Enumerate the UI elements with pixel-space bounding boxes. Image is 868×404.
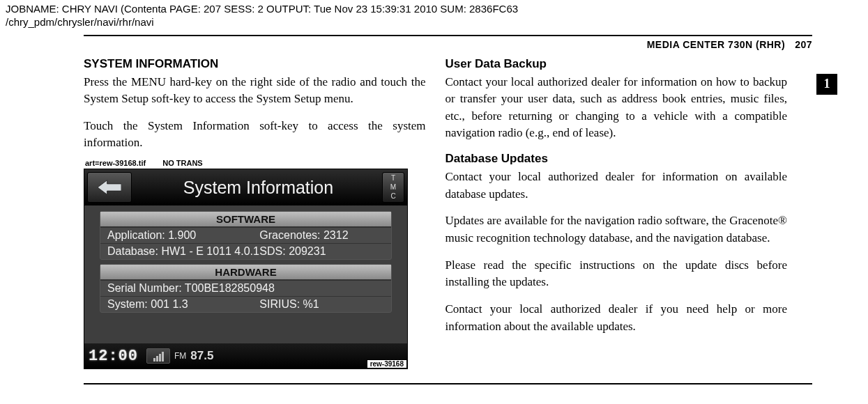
table-row: System: 001 1.3 SIRIUS: %1 — [100, 296, 391, 312]
table-row: Application: 1.900 Gracenotes: 2312 — [100, 227, 391, 243]
paragraph: Contact your local authorized dealer for… — [446, 169, 788, 203]
page-content: MEDIA CENTER 730N (RHR) 207 SYSTEM INFOR… — [84, 35, 812, 385]
clock: 12:00 — [89, 348, 138, 365]
back-arrow-icon — [98, 179, 121, 196]
header-title: MEDIA CENTER 730N (RHR) — [647, 39, 785, 50]
sds-value: 209231 — [289, 245, 326, 257]
svg-marker-0 — [98, 180, 121, 194]
page-number: 207 — [795, 39, 812, 50]
no-trans-label: NO TRANS — [162, 159, 202, 167]
frequency-value: 87.5 — [190, 349, 213, 363]
section-title-system-info: SYSTEM INFORMATION — [84, 57, 426, 71]
system-label: System: — [107, 298, 148, 310]
paragraph: Touch the System Information soft-key to… — [84, 118, 426, 152]
paragraph: Press the MENU hard-key on the right sid… — [84, 74, 426, 108]
system-value: 001 1.3 — [151, 298, 188, 310]
image-tag: rew-39168 — [367, 359, 407, 368]
left-column: SYSTEM INFORMATION Press the MENU hard-k… — [84, 57, 426, 370]
section-title-db-updates: Database Updates — [446, 152, 788, 166]
gracenotes-value: 2312 — [323, 229, 349, 241]
application-label: Application: — [107, 229, 165, 241]
paragraph: Please read the specific instructions on… — [446, 257, 788, 291]
image-caption: art=rew-39168.tif NO TRANS — [84, 159, 426, 167]
hardware-panel: HARDWARE Serial Number: T00BE182850948 S… — [100, 264, 392, 313]
table-row: Serial Number: T00BE182850948 — [100, 280, 391, 296]
paragraph: Contact your local authorized dealer for… — [446, 74, 788, 143]
bottom-rule — [84, 383, 812, 384]
application-value: 1.900 — [168, 229, 196, 241]
sirius-label: SIRIUS: — [259, 298, 300, 310]
sds-label: SDS: — [259, 245, 285, 257]
database-value: HW1 - E 1011 4.0.1 — [161, 245, 259, 257]
software-panel: SOFTWARE Application: 1.900 Gracenotes: … — [100, 211, 392, 260]
top-rule — [84, 35, 812, 36]
section-tab: 1 — [816, 74, 837, 95]
job-line-1: JOBNAME: CHRY NAVI (Contenta PAGE: 207 S… — [6, 3, 862, 16]
section-title-user-backup: User Data Backup — [446, 57, 788, 71]
job-line-2: /chry_pdm/chrysler/navi/rhr/navi — [6, 16, 862, 29]
right-column: 1 User Data Backup Contact your local au… — [446, 57, 813, 370]
database-label: Database: — [107, 245, 158, 257]
back-button[interactable] — [87, 172, 132, 203]
screenshot-topbar: System Information TMC — [84, 169, 407, 205]
band-label: FM — [174, 351, 186, 361]
tmc-badge: TMC — [382, 172, 404, 203]
running-header: MEDIA CENTER 730N (RHR) 207 — [84, 39, 812, 50]
serial-value: T00BE182850948 — [185, 282, 275, 294]
sirius-value: %1 — [303, 298, 319, 310]
paragraph: Updates are available for the navigation… — [446, 212, 788, 247]
status-bar: 12:00 FM 87.5 — [84, 343, 407, 368]
paragraph: Contact your local authorized dealer if … — [446, 301, 788, 335]
gracenotes-label: Gracenotes: — [259, 229, 320, 241]
serial-label: Serial Number: — [107, 282, 182, 294]
software-header: SOFTWARE — [100, 212, 391, 227]
art-filename: art=rew-39168.tif — [85, 159, 146, 167]
two-column-layout: SYSTEM INFORMATION Press the MENU hard-k… — [84, 57, 812, 370]
device-screenshot: System Information TMC SOFTWARE Applicat… — [84, 169, 408, 369]
signal-icon — [146, 348, 170, 364]
hardware-header: HARDWARE — [100, 265, 391, 280]
table-row: Database: HW1 - E 1011 4.0.1 SDS: 209231 — [100, 243, 391, 259]
job-header: JOBNAME: CHRY NAVI (Contenta PAGE: 207 S… — [0, 0, 868, 29]
screen-title: System Information — [135, 169, 382, 205]
